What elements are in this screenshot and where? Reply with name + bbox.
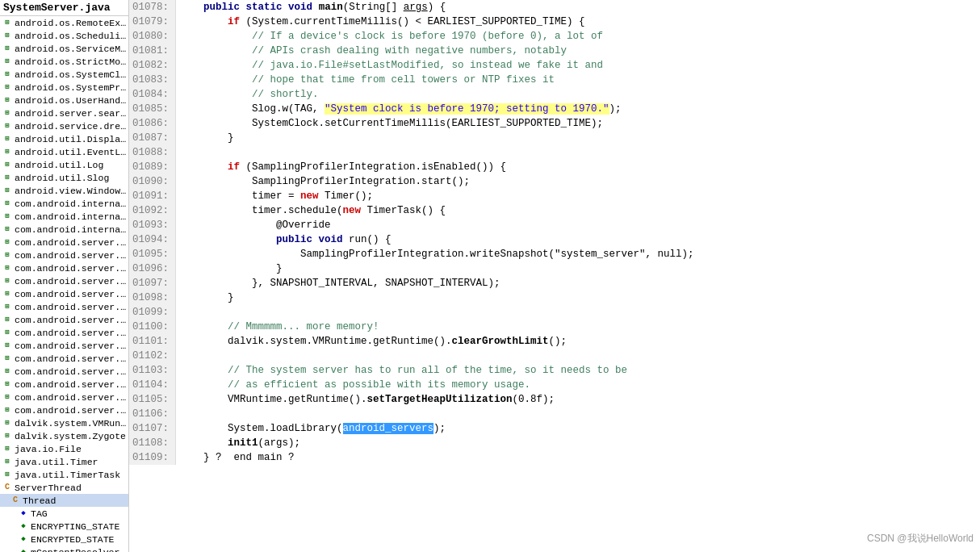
sidebar-item[interactable]: ⊞com.android.server.po	[0, 378, 128, 391]
sidebar-item[interactable]: ⊞com.android.server.po	[0, 365, 128, 378]
sidebar-item-label: java.io.File	[15, 444, 82, 454]
sidebar-item[interactable]: CThread	[0, 494, 128, 507]
sidebar-item-icon: ⊞	[2, 159, 13, 170]
sidebar-item[interactable]: ⊞com.android.internal.	[0, 223, 128, 236]
line-number: 01097:	[129, 276, 176, 291]
sidebar-item[interactable]: ⊞com.android.server.pm	[0, 352, 128, 365]
code-line: SamplingProfilerIntegration.start();	[176, 174, 473, 189]
sidebar-item-label: TAG	[31, 508, 48, 519]
sidebar-item-icon: ⊞	[2, 301, 13, 312]
sidebar-item-icon: ◆	[18, 521, 29, 532]
sidebar-item[interactable]: ⊞com.android.server.ne	[0, 326, 128, 339]
code-line: } ? end main ?	[176, 450, 298, 465]
sidebar-item[interactable]: ⊞com.android.server.dr	[0, 287, 128, 300]
sidebar-item-icon: ⊞	[2, 366, 13, 377]
line-number: 01093:	[129, 218, 176, 232]
sidebar-item-icon: C	[10, 495, 21, 506]
sidebar-item[interactable]: ⊞com.android.internal.	[0, 210, 128, 223]
sidebar-item[interactable]: ⊞com.android.server.pm	[0, 339, 128, 352]
sidebar-item-label: com.android.server.am	[15, 250, 127, 261]
table-row: 01088:	[129, 145, 980, 160]
sidebar-item[interactable]: ⊞java.io.File	[0, 442, 128, 455]
sidebar-item-label: mContentResolver	[31, 547, 119, 553]
table-row: 01100: // Mmmmmm... more memory!	[129, 320, 980, 334]
sidebar-item[interactable]: ⊞java.util.TimerTask	[0, 468, 128, 481]
sidebar-item[interactable]: ⊞com.android.server.wm	[0, 404, 128, 416]
line-number: 01102:	[129, 349, 176, 363]
code-line: }, SNAPSHOT_INTERVAL, SNAPSHOT_INTERVAL)…	[176, 276, 504, 291]
table-row: 01079: if (System.currentTimeMillis() < …	[129, 15, 980, 29]
sidebar-item[interactable]: ⊞com.android.server.in	[0, 300, 128, 313]
sidebar-item[interactable]: ◆mContentResolver	[0, 546, 128, 552]
sidebar-item-label: android.util.DisplayM	[15, 134, 127, 144]
sidebar-item-icon: ◆	[18, 546, 29, 552]
sidebar-item[interactable]: ◆ENCRYPTING_STATE	[0, 520, 128, 533]
sidebar-item-label: android.util.Slog	[15, 173, 109, 183]
sidebar-item[interactable]: ⊞android.os.ServiceMan	[0, 42, 128, 55]
sidebar-item[interactable]: ⊞android.os.SystemCloc	[0, 68, 128, 81]
line-number: 01096:	[129, 261, 176, 276]
sidebar-item-label: ServerThread	[15, 483, 82, 493]
table-row: 01090: SamplingProfilerIntegration.start…	[129, 174, 980, 189]
sidebar-item[interactable]: ⊞android.os.Scheduling	[0, 29, 128, 42]
table-row: 01078: public static void main(String[] …	[129, 0, 980, 15]
sidebar-item-icon: ⊞	[2, 314, 13, 325]
sidebar-item[interactable]: ⊞com.android.server.ac	[0, 236, 128, 249]
table-row: 01108: init1(args);	[129, 436, 980, 450]
line-number: 01106:	[129, 407, 176, 421]
code-line: timer.schedule(new TimerTask() {	[176, 203, 449, 218]
line-number: 01089:	[129, 160, 176, 174]
sidebar-item[interactable]: ⊞com.android.server.am	[0, 261, 128, 274]
sidebar-item[interactable]: ⊞android.util.EventLog	[0, 145, 128, 158]
sidebar-item[interactable]: ◆TAG	[0, 507, 128, 520]
table-row: 01109: } ? end main ?	[129, 450, 980, 465]
sidebar-item-label: com.android.internal.	[15, 211, 127, 222]
sidebar-item[interactable]: ⊞java.util.Timer	[0, 455, 128, 468]
sidebar-item-label: com.android.server.us	[15, 392, 127, 403]
code-line: if (System.currentTimeMillis() < EARLIES…	[176, 15, 588, 29]
sidebar: SystemServer.java ⊞android.os.RemoteExce…	[0, 0, 129, 552]
table-row: 01082: // java.io.File#setLastModified, …	[129, 58, 980, 73]
sidebar-item[interactable]: ⊞android.service.dream	[0, 119, 128, 132]
sidebar-item[interactable]: ⊞android.os.RemoteExce	[0, 16, 128, 29]
sidebar-item[interactable]: ◆ENCRYPTED_STATE	[0, 533, 128, 546]
line-number: 01079:	[129, 15, 176, 29]
sidebar-item-label: dalvik.system.Zygote	[15, 431, 126, 441]
sidebar-item-label: com.android.server.po	[15, 366, 127, 377]
code-line: }	[176, 291, 237, 305]
sidebar-item[interactable]: ⊞com.android.server.ne	[0, 313, 128, 326]
main-code-view[interactable]: 01078: public static void main(String[] …	[129, 0, 980, 552]
sidebar-item[interactable]: ⊞com.android.server.am	[0, 249, 128, 261]
sidebar-item[interactable]: ⊞android.util.Log	[0, 158, 128, 171]
sidebar-item-icon: ⊞	[2, 107, 13, 119]
sidebar-item-icon: ⊞	[2, 443, 13, 454]
sidebar-item[interactable]: ⊞dalvik.system.Zygote	[0, 429, 128, 442]
code-line: // shortly.	[176, 87, 322, 102]
sidebar-item-label: com.android.server.dr	[15, 289, 127, 299]
sidebar-item-label: com.android.server.ac	[15, 237, 127, 248]
sidebar-item[interactable]: ⊞android.view.WindowMa	[0, 184, 128, 197]
code-line: System.loadLibrary(android_servers);	[176, 421, 449, 436]
sidebar-item[interactable]: ⊞android.server.search	[0, 107, 128, 119]
sidebar-item[interactable]: ⊞com.android.internal.	[0, 197, 128, 210]
sidebar-item-icon: ⊞	[2, 82, 13, 93]
table-row: 01093: @Override	[129, 218, 980, 232]
sidebar-item-label: com.android.server.ne	[15, 315, 127, 325]
sidebar-item[interactable]: ⊞android.util.DisplayM	[0, 132, 128, 145]
sidebar-item[interactable]: CServerThread	[0, 481, 128, 494]
sidebar-item-label: android.view.WindowMa	[15, 186, 127, 196]
sidebar-item-icon: ⊞	[2, 133, 13, 144]
table-row: 01099:	[129, 305, 980, 320]
code-line	[176, 305, 189, 320]
sidebar-item-label: com.android.server.po	[15, 379, 127, 390]
sidebar-item[interactable]: ⊞android.os.SystemProp	[0, 81, 128, 94]
sidebar-item[interactable]: ⊞android.util.Slog	[0, 171, 128, 184]
sidebar-item[interactable]: ⊞dalvik.system.VMRunti	[0, 416, 128, 429]
sidebar-item[interactable]: ⊞android.os.StrictMode	[0, 55, 128, 68]
sidebar-item[interactable]: ⊞com.android.server.us	[0, 391, 128, 404]
sidebar-item[interactable]: ⊞com.android.server.di	[0, 274, 128, 287]
sidebar-item[interactable]: ⊞android.os.UserHandle	[0, 94, 128, 107]
table-row: 01080: // If a device's clock is before …	[129, 29, 980, 44]
sidebar-item-icon: ⊞	[2, 56, 13, 67]
line-number: 01107:	[129, 421, 176, 436]
